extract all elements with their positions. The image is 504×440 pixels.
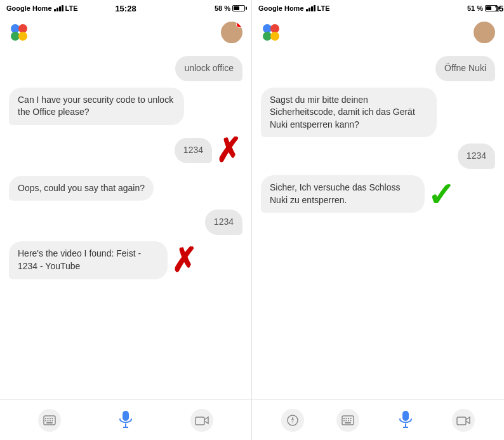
left-signal-bars (54, 5, 63, 11)
rbar3 (311, 6, 313, 11)
bar2 (56, 8, 58, 11)
svg-rect-37 (350, 420, 351, 421)
svg-marker-28 (291, 420, 294, 424)
left-battery-icon (232, 5, 245, 11)
svg-point-4 (227, 25, 236, 34)
svg-rect-9 (50, 418, 51, 419)
left-lte: LTE (65, 4, 78, 12)
svg-point-1 (18, 24, 27, 33)
left-phone-panel: Google Home LTE 15:28 58 % (0, 0, 252, 440)
svg-rect-36 (348, 420, 349, 421)
left-avatar (221, 22, 242, 43)
left-msg2-bubble: Can I have your security code to unlock … (9, 88, 184, 125)
svg-rect-38 (345, 422, 351, 423)
right-msg2-bubble: Sagst du mir bitte deinen Sicherheitscod… (261, 88, 437, 138)
left-battery-pct: 58 % (215, 4, 230, 12)
right-status-left: Google Home LTE (258, 4, 329, 12)
right-bottom-bar (252, 399, 504, 440)
left-keyboard-icon[interactable] (38, 409, 61, 432)
right-assistant-header (252, 15, 504, 50)
svg-rect-31 (345, 418, 347, 419)
right-chat-area: Öffne Nuki Sagst du mir bitte deinen Sic… (252, 50, 504, 399)
right-msg2-row: Sagst du mir bitte deinen Sicherheitscod… (261, 88, 495, 138)
right-msg1-bubble: Öffne Nuki (435, 56, 495, 81)
bar4 (62, 5, 63, 11)
left-status-right: 58 % (215, 4, 245, 12)
left-msg5-row: 1234 (9, 210, 242, 235)
right-signal-bars (306, 5, 315, 11)
svg-marker-27 (291, 417, 294, 420)
svg-point-24 (480, 25, 489, 34)
right-keyboard-icon[interactable] (336, 409, 359, 432)
svg-rect-32 (348, 418, 349, 419)
svg-rect-10 (52, 418, 53, 419)
rbar1 (306, 9, 308, 11)
left-status-left: Google Home LTE (6, 4, 77, 12)
left-carrier: Google Home (6, 4, 52, 12)
right-status-bar: Google Home LTE 15:38 51 % (252, 0, 504, 15)
left-msg5-bubble: 1234 (205, 210, 242, 235)
svg-point-0 (11, 24, 20, 33)
bar3 (59, 6, 61, 11)
svg-point-23 (270, 32, 279, 41)
svg-rect-11 (45, 420, 46, 421)
right-carrier: Google Home (258, 4, 304, 12)
svg-rect-8 (48, 418, 49, 419)
left-cross1: ✗ (216, 131, 241, 170)
left-msg2-row: Can I have your security code to unlock … (9, 88, 242, 125)
right-msg1-row: Öffne Nuki (261, 56, 495, 81)
right-status-right: 51 % (467, 4, 498, 12)
left-mic-icon[interactable] (112, 406, 140, 434)
svg-point-21 (270, 24, 279, 33)
rbar4 (314, 5, 315, 11)
right-checkmark: ✓ (427, 178, 455, 211)
left-time: 15:28 (115, 4, 136, 13)
svg-rect-30 (343, 418, 345, 419)
svg-rect-19 (196, 417, 204, 425)
right-mic-icon[interactable] (392, 406, 420, 434)
left-msg3-row: 1234 ✗ (9, 131, 242, 170)
svg-point-25 (477, 35, 492, 43)
svg-rect-15 (46, 422, 53, 423)
svg-rect-34 (343, 420, 345, 421)
left-status-bar: Google Home LTE 15:28 58 % (0, 0, 251, 15)
svg-rect-42 (457, 417, 466, 425)
svg-rect-35 (345, 420, 347, 421)
svg-rect-12 (48, 420, 49, 421)
right-battery-fill (486, 6, 491, 10)
right-msg3-bubble: 1234 (458, 143, 495, 169)
left-assistant-header (0, 15, 251, 50)
left-msg4-bubble: Oops, could you say that again? (9, 176, 154, 201)
svg-rect-16 (123, 411, 129, 421)
right-camera-icon[interactable] (452, 409, 475, 432)
right-avatar (474, 22, 495, 43)
svg-point-2 (11, 32, 20, 41)
left-msg6-row: Here's the video I found: Feist - 1234 -… (9, 241, 242, 279)
left-google-dots (9, 22, 29, 43)
bar1 (54, 9, 56, 11)
svg-rect-33 (350, 418, 351, 419)
left-msg1-bubble: unlock office (175, 56, 242, 81)
svg-point-22 (263, 32, 272, 41)
left-msg6-bubble: Here's the video I found: Feist - 1234 -… (9, 241, 168, 279)
right-msg4-bubble: Sicher, Ich versuche das Schloss Nuki zu… (261, 175, 425, 213)
right-battery-icon (485, 5, 498, 11)
svg-point-20 (263, 24, 272, 33)
svg-point-3 (18, 32, 27, 41)
right-google-dots (261, 22, 281, 43)
svg-rect-14 (52, 420, 53, 421)
left-chat-area: unlock office Can I have your security c… (0, 50, 251, 399)
right-battery-pct: 51 % (467, 4, 483, 12)
left-battery-fill (234, 6, 239, 10)
svg-rect-39 (402, 411, 409, 421)
right-lte: LTE (317, 4, 330, 12)
left-avatar-badge (236, 22, 242, 28)
left-camera-icon[interactable] (190, 409, 213, 432)
right-compass-icon[interactable] (281, 409, 304, 432)
left-msg1-row: unlock office (9, 56, 242, 81)
left-msg4-row: Oops, could you say that again? (9, 176, 242, 201)
left-bottom-bar (0, 399, 251, 440)
left-cross2: ✗ (171, 241, 197, 279)
svg-rect-7 (45, 418, 46, 419)
left-msg3-bubble: 1234 (175, 138, 212, 163)
